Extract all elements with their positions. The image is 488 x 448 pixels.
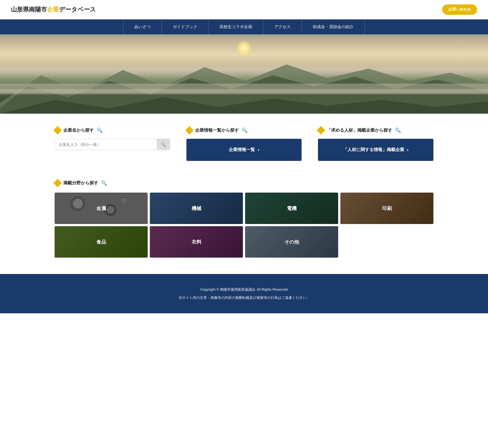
footer-copyright: Copyright © 南陽市雇用創造協議会 All Rights Reserv… [5, 286, 483, 293]
category-label-other: その他 [284, 239, 299, 245]
category-item-clothing[interactable]: 衣料 [150, 226, 243, 258]
category-label-print: 印刷 [382, 205, 392, 212]
company-search-button[interactable]: 🔍 [157, 139, 170, 150]
category-label-clothing: 衣料 [192, 239, 201, 245]
company-list-button[interactable]: 企業情報一覧 › [186, 139, 302, 161]
search-icon-3: 🔍 [395, 127, 401, 133]
footer-notice: 当サイト内の文章・画像等の内容の無断転載及び複製等の行為はご遠慮ください。 [5, 294, 483, 301]
diamond-icon-1 [53, 126, 62, 134]
category-label-metal: 金属 [96, 205, 106, 212]
category-item-print[interactable]: 印刷 [340, 193, 433, 224]
category-title: 掲載分野から探す 🔍 [55, 180, 433, 186]
company-search-wrap: 🔍 [55, 139, 170, 150]
hero-mountains-svg [0, 54, 488, 114]
category-grid-row1: 金属 機械 電機 印刷 [55, 193, 433, 224]
company-name-title: 企業名から探す 🔍 [55, 127, 170, 133]
main-nav: あいさつ ガイドブック 高校生コラボ企画 アクセス 助成金・奨励金の紹介 [0, 19, 488, 34]
nav-item-collab[interactable]: 高校生コラボ企画 [209, 19, 263, 34]
category-item-metal[interactable]: 金属 [55, 193, 148, 224]
search-icon-4: 🔍 [101, 180, 107, 186]
category-section: 掲載分野から探す 🔍 金属 機械 電機 印刷 [0, 175, 488, 274]
site-title: 山形県南陽市企業データベース [11, 5, 96, 14]
nav-item-greeting[interactable]: あいさつ [123, 19, 162, 34]
company-list-search: 企業情報一覧から探す 🔍 企業情報一覧 › [186, 127, 302, 161]
contact-button[interactable]: お問い合わせ [442, 4, 477, 15]
hr-list-btn-label: 「人材に関する情報」掲載企業 [343, 147, 404, 153]
site-header: 山形県南陽市企業データベース お問い合わせ [0, 0, 488, 19]
category-label-machine: 機械 [192, 205, 201, 212]
category-label-food: 食品 [96, 239, 106, 245]
company-search-input[interactable] [55, 139, 157, 150]
category-item-other[interactable]: その他 [245, 226, 338, 258]
title-prefix: 山形県南陽市 [11, 6, 47, 13]
category-item-machine[interactable]: 機械 [150, 193, 243, 224]
search-section: 企業名から探す 🔍 🔍 企業情報一覧から探す 🔍 企業情報一覧 › 「求める人材… [0, 114, 488, 175]
nav-item-access[interactable]: アクセス [263, 19, 302, 34]
category-item-food[interactable]: 食品 [55, 226, 148, 258]
diamond-icon-3 [317, 126, 325, 134]
title-highlight: 企業 [47, 6, 59, 13]
company-list-title: 企業情報一覧から探す 🔍 [186, 127, 302, 133]
hr-list-button[interactable]: 「人材に関する情報」掲載企業 › [318, 139, 433, 161]
search-icon-1: 🔍 [97, 127, 103, 133]
company-name-search: 企業名から探す 🔍 🔍 [55, 127, 170, 150]
hr-title: 「求める人材」掲載企業から探す 🔍 [318, 127, 433, 133]
hr-list-btn-arrow: › [407, 147, 409, 153]
nav-item-guidebook[interactable]: ガイドブック [162, 19, 209, 34]
company-list-btn-label: 企業情報一覧 [229, 147, 255, 153]
company-list-btn-arrow: › [258, 147, 259, 153]
svg-rect-4 [0, 89, 488, 95]
diamond-icon-4 [53, 179, 62, 187]
nav-item-subsidy[interactable]: 助成金・奨励金の紹介 [302, 19, 365, 34]
diamond-icon-2 [185, 126, 194, 134]
title-suffix: データベース [59, 6, 96, 13]
site-footer: Copyright © 南陽市雇用創造協議会 All Rights Reserv… [0, 274, 488, 313]
category-item-electric[interactable]: 電機 [245, 193, 338, 224]
category-label-electric: 電機 [287, 205, 297, 212]
hero-image [0, 34, 488, 114]
search-icon-2: 🔍 [242, 127, 248, 133]
category-grid-row2: 食品 衣料 その他 [55, 226, 433, 258]
hr-search: 「求める人材」掲載企業から探す 🔍 「人材に関する情報」掲載企業 › [318, 127, 433, 161]
